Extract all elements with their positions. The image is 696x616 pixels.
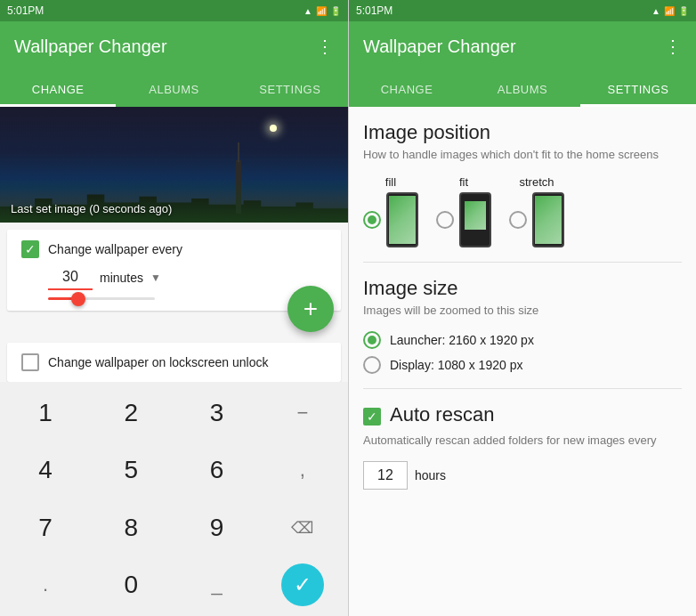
keyboard-row-2: 4 5 6 , — [4, 442, 344, 498]
divider-2 — [363, 388, 682, 389]
battery-icon: 🔋 — [330, 6, 341, 16]
size-launcher-label: Launcher: 2160 x 1920 px — [390, 333, 534, 347]
change-interval-label: Change wallpaper every — [48, 242, 182, 256]
keyboard-row-4: . 0 _ ✓ — [4, 557, 344, 612]
image-size-section: Image size Images will be zoomed to this… — [363, 277, 682, 374]
size-launcher-radio[interactable] — [363, 331, 381, 349]
key-1[interactable]: 1 — [4, 385, 87, 441]
fill-radio-row — [363, 192, 418, 247]
fit-phone-image — [465, 201, 486, 230]
size-launcher-radio-inner — [368, 336, 376, 344]
left-app-bar: Wallpaper Changer ⋮ — [0, 21, 348, 71]
right-app-bar: Wallpaper Changer ⋮ — [349, 21, 696, 71]
add-fab-button[interactable]: + — [287, 286, 334, 332]
change-interval-row: ✓ Change wallpaper every — [21, 240, 327, 258]
position-fill-option[interactable]: fill — [363, 175, 418, 247]
dropdown-arrow-icon[interactable]: ▼ — [150, 272, 161, 284]
signal-icon: ▲ — [303, 6, 312, 16]
interval-slider-thumb[interactable] — [71, 292, 85, 306]
done-button[interactable]: ✓ — [281, 563, 324, 606]
key-dot[interactable]: . — [4, 557, 87, 612]
keyboard-row-1: 1 2 3 − — [4, 385, 344, 441]
hours-input-row: hours — [363, 461, 682, 490]
lockscreen-checkbox[interactable] — [21, 353, 39, 371]
right-tab-change[interactable]: CHANGE — [349, 71, 465, 107]
right-battery-icon: 🔋 — [678, 6, 689, 16]
fit-radio-row — [436, 192, 491, 247]
left-tab-settings[interactable]: SETTINGS — [232, 71, 348, 107]
key-4[interactable]: 4 — [4, 442, 87, 498]
position-stretch-option[interactable]: stretch — [509, 175, 564, 247]
wifi-icon: 📶 — [316, 6, 327, 16]
auto-rescan-title: Auto rescan — [390, 403, 494, 426]
add-icon: + — [303, 296, 318, 321]
keyboard-row-3: 7 8 9 ⌫ — [4, 500, 344, 555]
settings-content: Image position How to handle images whic… — [349, 107, 696, 616]
fit-radio[interactable] — [436, 211, 454, 229]
fill-radio[interactable] — [363, 211, 381, 229]
left-app-title: Wallpaper Changer — [14, 36, 316, 57]
left-tab-albums[interactable]: ALBUMS — [116, 71, 231, 107]
fit-phone-mock — [459, 192, 491, 247]
key-2[interactable]: 2 — [89, 385, 173, 441]
change-interval-checkbox[interactable]: ✓ — [21, 240, 39, 258]
key-done[interactable]: ✓ — [261, 557, 344, 612]
key-9[interactable]: 9 — [175, 500, 259, 555]
key-0[interactable]: 0 — [89, 557, 173, 612]
size-launcher-option[interactable]: Launcher: 2160 x 1920 px — [363, 331, 682, 349]
left-menu-icon[interactable]: ⋮ — [316, 36, 334, 57]
right-tab-albums[interactable]: ALBUMS — [465, 71, 580, 107]
stretch-phone-image — [535, 196, 562, 244]
right-status-time: 5:01PM — [356, 4, 393, 17]
auto-rescan-section: ✓ Auto rescan Automatically rescan added… — [363, 403, 682, 490]
size-display-label: Display: 1080 x 1920 px — [390, 358, 522, 372]
tower-decoration — [236, 160, 241, 214]
size-display-option[interactable]: Display: 1080 x 1920 px — [363, 356, 682, 374]
image-position-options: fill fit — [363, 175, 682, 247]
key-minus[interactable]: − — [261, 385, 344, 441]
stretch-phone-screen — [535, 196, 562, 244]
stretch-label: stretch — [519, 175, 554, 189]
right-signal-icon: ▲ — [651, 6, 660, 16]
hours-input[interactable] — [363, 461, 408, 490]
key-6[interactable]: 6 — [175, 442, 259, 498]
stretch-radio[interactable] — [509, 211, 527, 229]
left-tab-change[interactable]: CHANGE — [0, 71, 116, 107]
size-display-radio[interactable] — [363, 356, 381, 374]
left-tabs: CHANGE ALBUMS SETTINGS — [0, 71, 348, 107]
fill-radio-inner — [368, 215, 376, 224]
auto-rescan-row: ✓ Auto rescan — [363, 403, 682, 430]
key-3[interactable]: 3 — [175, 385, 259, 441]
right-menu-icon[interactable]: ⋮ — [664, 36, 682, 57]
interval-input[interactable] — [48, 265, 93, 290]
right-status-icons: ▲ 📶 🔋 — [651, 6, 689, 16]
auto-rescan-checkbox[interactable]: ✓ — [363, 408, 381, 426]
interval-slider-row — [48, 297, 327, 300]
key-7[interactable]: 7 — [4, 500, 87, 555]
left-status-icons: ▲ 📶 🔋 — [303, 6, 341, 16]
right-tab-settings[interactable]: SETTINGS — [580, 71, 696, 107]
left-status-bar: 5:01PM ▲ 📶 🔋 — [0, 0, 348, 21]
key-8[interactable]: 8 — [89, 500, 173, 555]
interval-slider-track[interactable] — [48, 297, 155, 300]
auto-rescan-desc: Automatically rescan added folders for n… — [363, 434, 682, 447]
image-size-title: Image size — [363, 277, 682, 300]
fit-phone-screen — [462, 196, 489, 244]
key-comma[interactable]: , — [261, 442, 344, 498]
right-panel: 5:01PM ▲ 📶 🔋 Wallpaper Changer ⋮ CHANGE … — [348, 0, 696, 616]
done-checkmark-icon: ✓ — [294, 572, 312, 597]
key-underscore[interactable]: _ — [175, 557, 259, 612]
position-fit-option[interactable]: fit — [436, 175, 491, 247]
lockscreen-row: Change wallpaper on lockscreen unlock — [21, 353, 327, 371]
right-wifi-icon: 📶 — [664, 6, 675, 16]
left-status-time: 5:01PM — [7, 4, 44, 17]
fill-phone-image — [389, 196, 416, 244]
key-5[interactable]: 5 — [89, 442, 173, 498]
wallpaper-preview: Last set image (0 seconds ago) — [0, 107, 348, 223]
hours-label: hours — [415, 468, 446, 482]
image-position-desc: How to handle images which don't fit to … — [363, 148, 682, 161]
image-position-section: Image position How to handle images whic… — [363, 121, 682, 247]
auto-rescan-checkmark-icon: ✓ — [367, 409, 377, 424]
right-app-title: Wallpaper Changer — [363, 36, 664, 57]
key-delete[interactable]: ⌫ — [261, 500, 344, 555]
